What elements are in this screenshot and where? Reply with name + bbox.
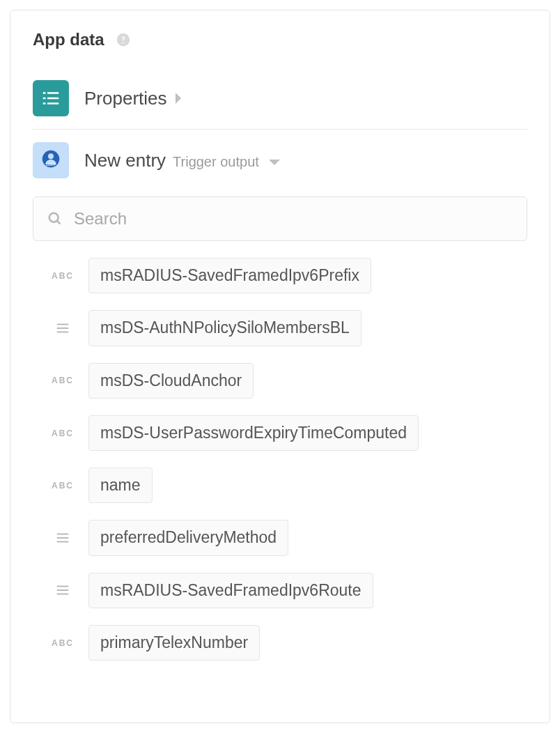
svg-rect-13 [57,332,69,333]
svg-rect-17 [57,586,69,587]
source-text: New entry Trigger output [84,150,280,171]
caret-down-icon[interactable] [269,158,280,167]
svg-rect-4 [47,98,59,100]
list-type-icon [51,530,75,546]
svg-rect-3 [43,98,46,100]
property-pill[interactable]: msDS-UserPasswordExpiryTimeComputed [88,415,419,451]
chevron-right-icon [174,93,182,104]
panel-title: App data [33,30,104,49]
svg-rect-1 [43,92,46,94]
property-pill[interactable]: name [88,468,153,503]
help-icon[interactable] [116,32,131,47]
svg-rect-19 [57,594,69,595]
property-pill[interactable]: preferredDeliveryMethod [88,520,288,555]
list-item[interactable]: ABCname [51,468,527,503]
svg-point-9 [49,213,59,222]
ldap-source-icon: LDAP [33,142,69,178]
svg-rect-2 [47,92,59,94]
list-type-icon [51,582,75,598]
text-type-icon: ABC [51,429,75,438]
svg-point-8 [48,153,54,159]
list-item[interactable]: msRADIUS-SavedFramedIpv6Route [51,573,527,608]
properties-list: ABCmsRADIUS-SavedFramedIpv6PrefixmsDS-Au… [33,258,527,661]
properties-icon [33,80,69,116]
list-item[interactable]: ABCmsDS-UserPasswordExpiryTimeComputed [51,415,527,451]
svg-rect-15 [57,537,69,539]
search-icon [47,211,63,226]
search-box[interactable] [33,196,527,241]
source-row[interactable]: LDAP New entry Trigger output [33,130,527,191]
list-type-icon [51,321,75,336]
svg-rect-5 [43,102,46,105]
svg-rect-11 [57,324,69,325]
text-type-icon: ABC [51,271,75,281]
properties-label: Properties [84,88,167,109]
list-item[interactable]: preferredDeliveryMethod [51,520,527,555]
properties-row[interactable]: Properties [33,68,527,130]
property-pill[interactable]: msRADIUS-SavedFramedIpv6Prefix [88,258,371,293]
svg-rect-6 [47,102,59,105]
list-item[interactable]: ABCmsDS-CloudAnchor [51,363,527,399]
source-label: New entry [84,150,166,171]
property-pill[interactable]: msDS-AuthNPolicySiloMembersBL [88,310,361,346]
svg-rect-14 [57,534,69,535]
text-type-icon: ABC [51,376,75,385]
search-input[interactable] [72,208,513,229]
app-data-panel: App data Properties LDAP [10,10,550,723]
property-pill[interactable]: msDS-CloudAnchor [88,363,254,399]
svg-rect-12 [57,327,69,329]
ldap-badge-text: LDAP [46,163,56,167]
list-item[interactable]: msDS-AuthNPolicySiloMembersBL [51,310,527,346]
list-item[interactable]: ABCprimaryTelexNumber [51,625,527,661]
svg-rect-18 [57,590,69,592]
property-pill[interactable]: msRADIUS-SavedFramedIpv6Route [88,573,373,608]
list-item[interactable]: ABCmsRADIUS-SavedFramedIpv6Prefix [51,258,527,293]
panel-header: App data [33,30,527,49]
text-type-icon: ABC [51,481,75,491]
source-subtitle: Trigger output [173,154,259,170]
property-pill[interactable]: primaryTelexNumber [88,625,260,661]
text-type-icon: ABC [51,638,75,648]
svg-rect-16 [57,541,69,543]
svg-line-10 [57,221,61,224]
